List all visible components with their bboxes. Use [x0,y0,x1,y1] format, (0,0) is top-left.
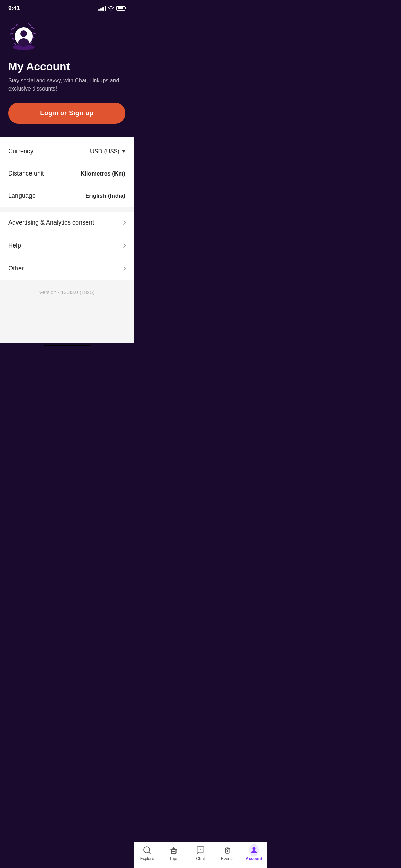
page-subtitle: Stay social and savvy, with Chat, Linkup… [8,76,125,93]
svg-point-13 [18,38,29,47]
svg-rect-5 [32,32,36,34]
page-title: My Account [8,60,125,73]
section-divider [8,207,125,207]
currency-row[interactable]: Currency USD (US$) [8,140,125,162]
distance-unit-label: Distance unit [8,170,44,177]
battery-icon [116,6,125,11]
language-value: English (India) [85,193,125,200]
avatar-container [8,21,39,52]
login-signup-button[interactable]: Login or Sign up [8,103,125,124]
language-label: Language [8,192,36,200]
avatar-swirl [8,21,39,52]
language-row[interactable]: Language English (India) [8,185,125,207]
settings-group-nav: Advertising & Analytics consent Help Oth… [0,212,134,280]
settings-group-preferences: Currency USD (US$) Distance unit Kilomet… [0,137,134,207]
help-label: Help [8,242,21,249]
svg-rect-1 [11,27,15,30]
currency-value: USD (US$) [90,148,125,155]
svg-rect-3 [12,38,15,40]
status-icons [98,6,125,11]
wifi-icon [108,6,114,11]
currency-chevron-down-icon [122,150,125,153]
svg-rect-7 [15,24,18,27]
version-text: Version - 13.33.0 (1825) [0,280,134,302]
help-chevron-icon [122,243,126,248]
status-time: 9:41 [8,5,20,12]
other-label: Other [8,265,24,272]
currency-label: Currency [8,148,33,155]
content-section: Currency USD (US$) Distance unit Kilomet… [0,137,134,343]
advertising-consent-chevron-icon [122,220,126,225]
svg-rect-4 [31,26,35,29]
distance-unit-row[interactable]: Distance unit Kilometres (Km) [8,162,125,185]
advertising-consent-row[interactable]: Advertising & Analytics consent [0,212,134,234]
help-row[interactable]: Help [0,234,134,257]
status-bar: 9:41 [0,0,134,14]
svg-rect-2 [10,33,13,35]
svg-rect-9 [14,43,16,45]
svg-point-12 [20,30,27,37]
distance-unit-value: Kilometres (Km) [81,170,125,177]
svg-rect-8 [28,23,31,26]
other-chevron-icon [122,266,126,271]
signal-icon [98,6,106,11]
other-row[interactable]: Other [0,257,134,280]
advertising-consent-label: Advertising & Analytics consent [8,219,94,226]
header-section: My Account Stay social and savvy, with C… [0,14,134,137]
home-indicator [44,345,90,346]
